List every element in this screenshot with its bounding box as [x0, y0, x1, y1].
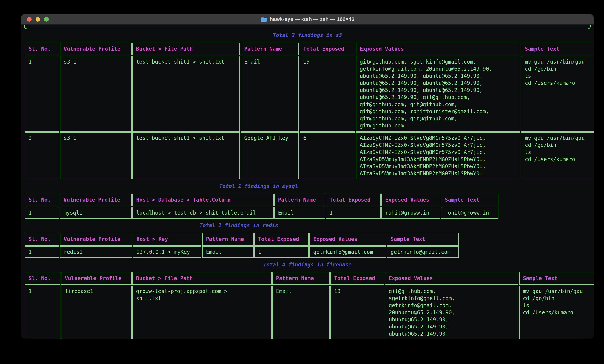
cell-total-exposed: 6	[300, 132, 355, 179]
col-header-vulnerable-profile: Vulnerable Profile	[60, 194, 132, 206]
firebase-findings-table: Sl. No. Vulnerable Profile Bucket > File…	[24, 271, 593, 339]
terminal-window: hawk-eye — -zsh — zsh — 166×46 Total 2 f…	[21, 14, 593, 339]
window-title: hawk-eye — -zsh — zsh — 166×46	[270, 16, 354, 22]
col-header-bucket-file-path: Bucket > File Path	[132, 272, 272, 285]
table-row: 2 s3_1 test-bucket-shit1 > shit.txt Goog…	[25, 132, 593, 179]
col-header-bucket-file-path: Bucket > File Path	[132, 43, 240, 55]
col-header-total-exposed: Total Exposed	[330, 272, 384, 285]
cell-total-exposed: 19	[330, 286, 384, 339]
col-header-vulnerable-profile: Vulnerable Profile	[60, 43, 132, 55]
s3-header-row: Sl. No. Vulnerable Profile Bucket > File…	[25, 43, 593, 55]
redis-header-row: Sl. No. Vulnerable Profile Host > Key Pa…	[25, 233, 459, 246]
cell-pattern-name: Email	[240, 56, 299, 132]
col-header-total-exposed: Total Exposed	[254, 233, 309, 246]
zoom-button[interactable]	[44, 17, 49, 22]
cell-vulnerable-profile: s3_1	[60, 56, 132, 132]
col-header-vulnerable-profile: Vulnerable Profile	[61, 272, 132, 285]
col-header-pattern-name: Pattern Name	[202, 233, 254, 246]
col-header-host-key: Host > Key	[133, 233, 201, 246]
col-header-sample-text: Sample Text	[441, 194, 498, 206]
col-header-exposed-values: Exposed Values	[356, 43, 520, 55]
cell-exposed-values: git@github.com, sgetrkinfo@gmail.com, ge…	[356, 56, 520, 132]
cell-host-database-column: localhost > test_db > shit_table.email	[133, 207, 274, 219]
redis-findings-table: Sl. No. Vulnerable Profile Host > Key Pa…	[24, 232, 460, 259]
col-header-exposed-values: Exposed Values	[381, 194, 440, 206]
s3-findings-table: Sl. No. Vulnerable Profile Bucket > File…	[24, 42, 593, 180]
firebase-section: Total 4 findings in firebase Sl. No. Vul…	[24, 261, 591, 339]
col-header-vulnerable-profile: Vulnerable Profile	[60, 233, 132, 246]
cell-exposed-values: getrkinfo@gmail.com	[309, 246, 386, 258]
cell-sample-text: getrkinfo@gmail.com	[387, 246, 459, 258]
mysql-section: Total 1 findings in mysql Sl. No. Vulner…	[24, 183, 591, 219]
cell-vulnerable-profile: firebase1	[61, 286, 132, 339]
cell-pattern-name: Google API key	[240, 132, 299, 179]
cell-pattern-name: Email	[272, 286, 330, 339]
table-row: 1 firebase1 groww-test-proj.appspot.com …	[25, 286, 593, 339]
cell-sample-text: mv gau /usr/bin/gau cd /go/bin ls cd /Us…	[521, 132, 593, 179]
redis-section-title: Total 1 findings in redis	[24, 222, 453, 229]
cell-host-key: 127.0.0.1 > myKey	[133, 246, 201, 258]
s3-section-title: Total 2 findings in s3	[24, 32, 591, 39]
col-header-pattern-name: Pattern Name	[272, 272, 330, 285]
col-header-sl-no: Sl. No.	[25, 43, 59, 55]
cell-exposed-values: AIzaSyCfNZ-IZx0-SlVcVg8MCr575zv9_Ar7jLc,…	[356, 132, 520, 179]
col-header-sample-text: Sample Text	[519, 272, 593, 285]
cell-vulnerable-profile: mysql1	[60, 207, 132, 219]
table-row: 1 mysql1 localhost > test_db > shit_tabl…	[25, 207, 498, 219]
firebase-header-row: Sl. No. Vulnerable Profile Bucket > File…	[25, 272, 593, 285]
cell-sample-text: mv gau /usr/bin/gau cd /go/bin ls cd /Us…	[521, 56, 593, 132]
col-header-sl-no: Sl. No.	[25, 194, 59, 206]
cell-sl-no: 1	[25, 56, 59, 132]
minimize-button[interactable]	[36, 17, 40, 22]
col-header-host-database-column: Host > Database > Table.Column	[133, 194, 274, 206]
cell-pattern-name: Email	[274, 207, 325, 219]
terminal-output[interactable]: Total 2 findings in s3 Sl. No. Vulnerabl…	[21, 25, 593, 339]
cell-sample-text: mv gau /usr/bin/gau cd /go/bin ls cd /Us…	[519, 286, 593, 339]
cell-pattern-name: Email	[202, 246, 254, 258]
cell-sl-no: 1	[25, 207, 59, 219]
cell-sample-text: rohit@groww.in	[441, 207, 498, 219]
col-header-exposed-values: Exposed Values	[309, 233, 386, 246]
col-header-total-exposed: Total Exposed	[326, 194, 381, 206]
cell-sl-no: 2	[25, 132, 59, 179]
folder-icon	[261, 16, 267, 22]
col-header-pattern-name: Pattern Name	[240, 43, 299, 55]
col-header-sample-text: Sample Text	[387, 233, 459, 246]
cell-exposed-values: git@github.com, sgetrkinfo@gmail.com, ge…	[385, 286, 518, 339]
col-header-pattern-name: Pattern Name	[274, 194, 325, 206]
titlebar[interactable]: hawk-eye — -zsh — zsh — 166×46	[21, 14, 593, 25]
mysql-findings-table: Sl. No. Vulnerable Profile Host > Databa…	[24, 193, 499, 219]
s3-section: Total 2 findings in s3 Sl. No. Vulnerabl…	[24, 32, 591, 180]
cell-vulnerable-profile: s3_1	[60, 132, 132, 179]
cell-exposed-values: rohit@groww.in	[381, 207, 440, 219]
traffic-lights	[21, 17, 49, 22]
table-row: 1 s3_1 test-bucket-shit1 > shit.txt Emai…	[25, 56, 593, 132]
cell-vulnerable-profile: redis1	[60, 246, 132, 258]
col-header-sample-text: Sample Text	[521, 43, 593, 55]
close-button[interactable]	[27, 17, 32, 22]
col-header-exposed-values: Exposed Values	[385, 272, 518, 285]
previous-table-bottom-edge	[24, 25, 591, 29]
cell-bucket-file-path: test-bucket-shit1 > shit.txt	[132, 132, 240, 179]
cell-total-exposed: 1	[254, 246, 309, 258]
cell-sl-no: 1	[25, 246, 59, 258]
col-header-sl-no: Sl. No.	[25, 233, 59, 246]
cell-sl-no: 1	[25, 286, 60, 339]
cell-bucket-file-path: test-bucket-shit1 > shit.txt	[132, 56, 240, 132]
cell-total-exposed: 1	[326, 207, 381, 219]
firebase-section-title: Total 4 findings in firebase	[24, 261, 591, 268]
col-header-sl-no: Sl. No.	[25, 272, 60, 285]
mysql-section-title: Total 1 findings in mysql	[24, 183, 493, 190]
cell-bucket-file-path: groww-test-proj.appspot.com > shit.txt	[132, 286, 272, 339]
col-header-total-exposed: Total Exposed	[300, 43, 355, 55]
mysql-header-row: Sl. No. Vulnerable Profile Host > Databa…	[25, 194, 498, 206]
cell-total-exposed: 19	[300, 56, 355, 132]
table-row: 1 redis1 127.0.0.1 > myKey Email 1 getrk…	[25, 246, 459, 258]
redis-section: Total 1 findings in redis Sl. No. Vulner…	[24, 222, 591, 259]
